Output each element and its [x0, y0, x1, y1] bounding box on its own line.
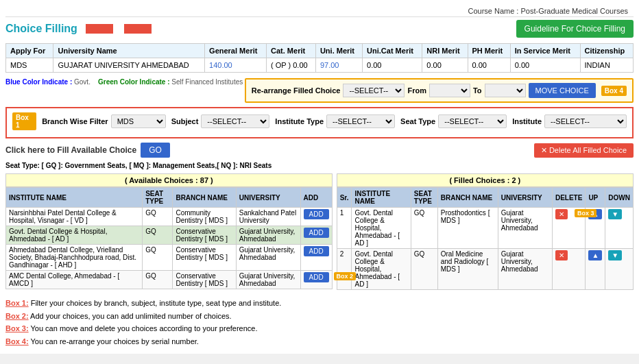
- merit-uni-merit: 97.00: [315, 58, 362, 73]
- available-header: ( Available Choices : 87 ): [5, 173, 333, 187]
- merit-general-merit: 140.00: [205, 58, 267, 73]
- merit-col-apply-for: Apply For: [6, 44, 53, 58]
- rearrange-label: Re-arrange Filled Choice: [252, 86, 341, 95]
- down-button[interactable]: ▼: [608, 209, 622, 219]
- go-button[interactable]: GO: [141, 143, 170, 158]
- fill-label: Click here to Fill Available Choice: [5, 145, 136, 155]
- box1-label: Box 1: [12, 112, 36, 130]
- merit-citizenship: INDIAN: [580, 58, 633, 73]
- subject-select[interactable]: --SELECT--: [201, 114, 269, 128]
- instruction-box2-text: Add your choices, you can add unlimited …: [30, 312, 232, 320]
- delete-button[interactable]: ✕: [555, 209, 568, 219]
- merit-nri-merit: 0.00: [422, 58, 468, 73]
- avail-university: Gujarat University, Ahmedabad: [236, 226, 300, 245]
- rearrange-select-choice[interactable]: --SELECT--: [343, 84, 405, 97]
- available-panel: ( Available Choices : 87 ) INSTITUTE NAM…: [5, 173, 333, 290]
- filled-down-cell: ▼: [605, 249, 634, 290]
- avail-add-cell: ADD: [300, 245, 332, 271]
- up-button[interactable]: ▲: [588, 250, 602, 260]
- seat-type-filter: Seat Type --SELECT--: [400, 114, 507, 128]
- add-button[interactable]: ADD: [304, 246, 329, 256]
- instruction-box3-label: Box 3:: [5, 324, 29, 332]
- from-label: From: [407, 86, 426, 95]
- merit-apply-for: MDS: [6, 58, 53, 73]
- seat-type-label: Seat Type: [400, 117, 435, 125]
- instruction-box2-label: Box 2:: [5, 312, 29, 320]
- merit-col-nri: NRI Merit: [422, 44, 468, 58]
- avail-university: Gujarat University, Ahmedabad: [236, 245, 300, 271]
- filled-institute: Govt. Dental College & Hospital, Ahmedab…: [352, 208, 411, 249]
- filled-delete-cell: ✕: [552, 249, 585, 290]
- color-indicator: Blue Color Indicate : Govt. Green Color …: [5, 78, 243, 86]
- green-value: Self Financed Institutes: [171, 78, 243, 86]
- instruction-box1-label: Box 1:: [5, 299, 29, 307]
- branch-filter: Branch Wise Filter MDS: [42, 114, 165, 128]
- instruction-box1: Box 1: Filter your choices by branch, su…: [5, 297, 634, 310]
- institute-select[interactable]: --SELECT--: [544, 114, 627, 128]
- choice-filling-title: Choice Filling: [5, 23, 77, 35]
- filled-col-delete: DELETE: [552, 188, 585, 208]
- avail-institute: AMC Dental College, Ahmedabad - [ AMCD ]: [6, 271, 143, 289]
- filter-box: Box 1 Branch Wise Filter MDS Subject --S…: [5, 107, 634, 138]
- course-name: Course Name : Post-Graduate Medical Cour…: [468, 7, 628, 15]
- table-row: Ahmedabad Dental College, Vrielland Soci…: [6, 245, 333, 271]
- avail-seat-type: GQ: [143, 226, 173, 245]
- filled-up-cell: ▲: [586, 249, 605, 290]
- add-button[interactable]: ADD: [304, 228, 329, 238]
- avail-branch: Conservative Dentistry [ MDS ]: [173, 271, 236, 289]
- tables-row: ( Available Choices : 87 ) INSTITUTE NAM…: [5, 173, 634, 290]
- guideline-button[interactable]: Guideline For Choice Filling: [516, 20, 634, 38]
- down-button[interactable]: ▼: [608, 250, 622, 260]
- avail-university: Sankalchand Patel University: [236, 208, 300, 226]
- add-button[interactable]: ADD: [304, 272, 329, 282]
- institute-label: Institute: [512, 117, 542, 125]
- move-choice-button[interactable]: MOVE CHOICE: [529, 83, 596, 98]
- seat-type-select[interactable]: --SELECT--: [438, 114, 507, 128]
- merit-table: Apply For University Name General Merit …: [5, 43, 634, 73]
- filled-col-up: UP: [586, 188, 605, 208]
- filled-institute: Govt. Dental College & Hospital, Ahmedab…: [352, 249, 411, 290]
- filter-row: Box 1 Branch Wise Filter MDS Subject --S…: [12, 112, 627, 130]
- available-table: INSTITUTE NAME SEAT TYPE BRANCH NAME UNI…: [5, 187, 333, 289]
- branch-select[interactable]: MDS: [111, 114, 166, 128]
- merit-col-university: University Name: [53, 44, 205, 58]
- instruction-box4-text: You can re-arrange your choices by seria…: [30, 337, 198, 345]
- filled-col-institute: INSTITUTE NAME: [352, 188, 411, 208]
- avail-col-branch: BRANCH NAME: [173, 188, 236, 208]
- institute-type-select[interactable]: --SELECT--: [326, 114, 395, 128]
- avail-branch: Conservative Dentistry [ MDS ]: [173, 226, 236, 245]
- avail-institute: Govt. Dental College & Hospital, Ahmedab…: [6, 226, 143, 245]
- filled-delete-cell: ✕ Box 3: [552, 208, 585, 249]
- avail-col-seat: SEAT TYPE: [143, 188, 173, 208]
- filled-sr: 2: [337, 249, 352, 290]
- rearrange-from[interactable]: [429, 84, 470, 97]
- avail-branch: Conservative Dentistry [ MDS ]: [173, 245, 236, 271]
- merit-col-general: General Merit: [205, 44, 267, 58]
- filled-col-down: DOWN: [605, 188, 634, 208]
- subject-filter: Subject --SELECT--: [171, 114, 270, 128]
- red-bar-1: [86, 24, 113, 34]
- filled-col-branch: BRANCH NAME: [437, 188, 498, 208]
- delete-button[interactable]: ✕: [555, 250, 568, 260]
- avail-col-institute: INSTITUTE NAME: [6, 188, 143, 208]
- merit-university-name: GUJARAT UNIVERSITY AHMEDABAD: [53, 58, 205, 73]
- avail-col-add: ADD: [300, 188, 332, 208]
- add-button[interactable]: ADD: [304, 209, 329, 219]
- merit-col-citizenship: Citizenship: [580, 44, 633, 58]
- merit-col-uni: Uni. Merit: [315, 44, 362, 58]
- rearrange-to[interactable]: [485, 84, 526, 97]
- box4-label: Box 4: [601, 86, 627, 96]
- filled-university: Gujarat University, Ahmedabad: [498, 249, 552, 290]
- instruction-box3: Box 3: You can move and delete you choic…: [5, 322, 634, 335]
- blue-label: Blue Color Indicate :: [5, 78, 72, 86]
- avail-university: Gujarat University, Ahmedabad: [236, 271, 300, 289]
- instruction-box2: Box 2: Add your choices, you can add unl…: [5, 310, 634, 323]
- filled-sr: 1: [337, 208, 352, 249]
- delete-all-button[interactable]: ✕ Delete All Filled Choice: [534, 143, 634, 158]
- fill-bar-center: Click here to Fill Available Choice GO: [5, 143, 170, 158]
- merit-uni-cat-merit: 0.00: [363, 58, 422, 73]
- filled-seat-type: GQ: [411, 208, 437, 249]
- to-label: To: [473, 86, 482, 95]
- avail-add-cell: ADD: [300, 208, 332, 226]
- filled-down-cell: ▼: [605, 208, 634, 249]
